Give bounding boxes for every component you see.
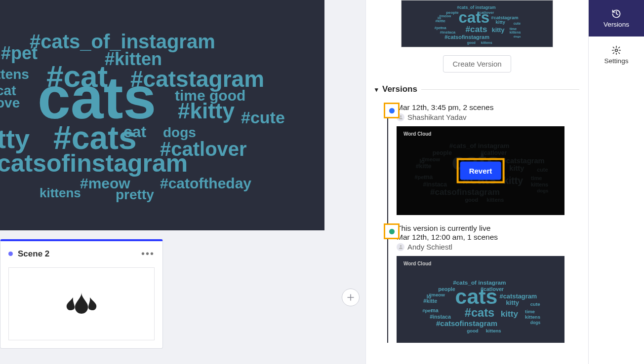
version-user: Andy Schiestl [407, 243, 452, 251]
svg-point-87 [615, 49, 618, 51]
svg-text:good: good [467, 328, 479, 333]
svg-text:#cats: #cats [466, 24, 487, 34]
canvas-wordcloud[interactable]: #cats_of_instagram#pet#kittenttens#cat#c… [0, 0, 324, 230]
svg-text:dogs: dogs [514, 35, 521, 38]
tab-settings[interactable]: Settings [589, 36, 644, 73]
svg-text:#meow: #meow [439, 14, 451, 18]
tab-versions[interactable]: Versions [589, 0, 644, 36]
svg-text:#kitty: #kitty [178, 99, 235, 123]
svg-text:kitty: kitty [496, 19, 506, 25]
version-user: Shashikant Yadav [407, 113, 467, 121]
scene-thumbnail[interactable] [8, 267, 155, 340]
svg-text:time: time [510, 27, 517, 31]
svg-text:#catsofinstagram: #catsofinstagram [436, 319, 497, 328]
tab-versions-label: Versions [604, 21, 629, 28]
scene-menu-icon[interactable]: ••• [141, 248, 155, 259]
scene-dot-icon [8, 252, 13, 256]
version-meta: Mar 12th, 12:00 am, 1 scenes [397, 233, 579, 242]
version-status: This version is currently live [397, 224, 579, 233]
svg-text:kitty: kitty [506, 299, 519, 306]
add-scene-button[interactable] [342, 289, 360, 306]
svg-text:kittens: kittens [481, 41, 492, 44]
svg-text:kitty: kitty [501, 309, 519, 319]
svg-text:#kitte: #kitte [435, 19, 445, 23]
chevron-down-icon: ▾ [375, 86, 378, 93]
svg-text:kitty: kitty [492, 27, 505, 34]
svg-text:kittens: kittens [525, 314, 540, 320]
versions-section-header[interactable]: ▾ Versions [375, 84, 579, 94]
svg-text:catsofinstagram: catsofinstagram [0, 149, 188, 177]
svg-text:kittens: kittens [40, 185, 81, 200]
revert-highlight: Revert [457, 158, 505, 183]
svg-point-43 [400, 115, 402, 117]
scene-card[interactable]: Scene 2 ••• [0, 239, 163, 349]
divider [421, 89, 579, 90]
svg-text:ma: ma [431, 307, 439, 313]
version-thumbnail[interactable]: Word Cloud #cats_of instagrampeople#catl… [397, 256, 564, 343]
plus-icon [347, 293, 355, 301]
versions-section-title: Versions [382, 84, 417, 94]
avatar-icon [397, 243, 404, 251]
svg-text:ma: ma [441, 26, 446, 30]
version-thumb-title: Word Cloud [403, 131, 431, 137]
version-dot-icon [389, 108, 395, 113]
svg-text:#meow: #meow [429, 292, 445, 297]
svg-text:cats: cats [455, 285, 498, 308]
svg-text:ove: ove [0, 95, 20, 110]
svg-text:pretty: pretty [116, 187, 154, 202]
create-version-button[interactable]: Create Version [443, 55, 511, 73]
svg-text:tty: tty [0, 124, 30, 153]
splash-icon [59, 287, 104, 321]
svg-text:kittens: kittens [486, 328, 501, 333]
history-icon [611, 9, 621, 19]
svg-text:ttens: ttens [0, 67, 29, 82]
version-dot-highlight [384, 223, 400, 239]
svg-point-65 [400, 245, 402, 247]
version-meta: Mar 12th, 3:45 pm, 2 scenes [397, 103, 579, 112]
tab-settings-label: Settings [604, 57, 629, 65]
version-entry[interactable]: Mar 12th, 3:45 pm, 2 scenes Shashikant Y… [397, 103, 579, 215]
svg-text:cats: cats [458, 9, 489, 26]
version-thumbnail[interactable]: #cats_of instagrampeople#catloverlo#meow… [397, 126, 564, 215]
svg-text:time: time [525, 309, 535, 314]
svg-text:#pet: #pet [1, 43, 38, 63]
version-dot-icon [389, 229, 395, 234]
scene-title: Scene 2 [18, 249, 136, 259]
svg-text:people: people [438, 286, 455, 292]
gear-icon [611, 45, 621, 55]
svg-text:#kitte: #kitte [423, 298, 437, 304]
version-preview-top[interactable]: #cats_of instagrampeople#catloverlo#meow… [401, 0, 553, 47]
svg-text:dogs: dogs [530, 320, 541, 325]
version-thumb-title: Word Cloud [403, 261, 431, 266]
revert-button[interactable]: Revert [460, 162, 501, 180]
svg-text:#cats: #cats [465, 306, 494, 319]
version-entry[interactable]: This version is currently live Mar 12th,… [397, 224, 579, 343]
svg-text:#catoftheday: #catoftheday [160, 175, 251, 191]
svg-text:cute: cute [514, 22, 521, 25]
svg-text:kittens: kittens [510, 31, 521, 34]
svg-text:good: good [467, 41, 476, 45]
version-dot-highlight [384, 103, 400, 118]
svg-text:#catsofinstagram: #catsofinstagram [444, 34, 489, 40]
svg-text:people: people [446, 10, 459, 15]
svg-text:#cute: #cute [241, 108, 285, 127]
svg-text:cute: cute [530, 301, 540, 307]
